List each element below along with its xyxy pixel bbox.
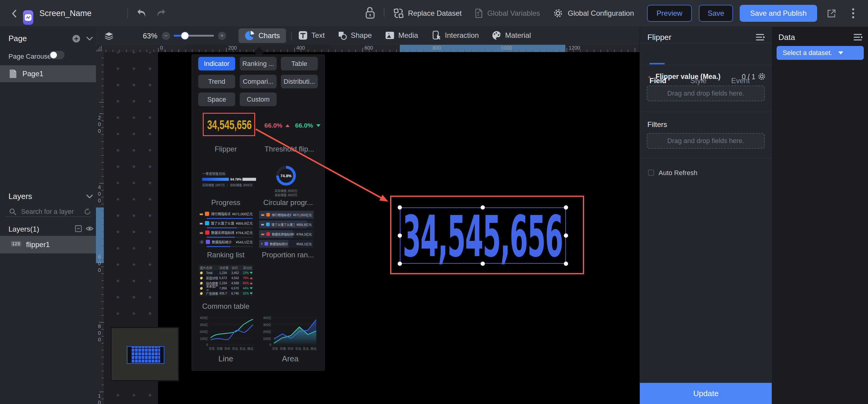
tab-media[interactable]: Media	[385, 31, 418, 40]
up-triangle-icon	[250, 282, 253, 284]
selection-handle[interactable]	[480, 205, 485, 209]
category-distribution[interactable]: Distributi...	[281, 75, 318, 88]
tab-interaction[interactable]: Interaction	[432, 31, 479, 40]
line-thumb-label[interactable]: Line	[218, 354, 233, 364]
row-thumb-icon	[200, 282, 203, 285]
tab-text[interactable]: Text	[298, 31, 325, 40]
update-button[interactable]: Update	[640, 383, 772, 404]
chart-item-circular[interactable]: 74.8%	[275, 165, 297, 187]
undo-button[interactable]	[136, 8, 147, 19]
layer-item-flipper1[interactable]: 123 flipper1	[0, 236, 96, 254]
proportion-thumb-label[interactable]: Proportion ran...	[262, 251, 314, 259]
dataset-select[interactable]: Select a dataset.	[777, 46, 864, 60]
global-variables-button[interactable]: Global Variables	[474, 7, 540, 20]
field-label: Flipper value (Mea.)	[655, 73, 721, 81]
data-panel-title: Data	[778, 33, 795, 42]
progress-thumb-label[interactable]: Progress	[211, 198, 240, 207]
flipper-thumb-annotation	[203, 113, 255, 136]
canvas-toolbar: 63% − + Charts Text	[96, 27, 640, 45]
layers-collapse-chevron-icon[interactable]	[86, 194, 93, 199]
zoom-slider[interactable]	[174, 35, 214, 37]
global-variables-icon	[474, 7, 483, 19]
category-trend[interactable]: Trend	[198, 75, 235, 88]
category-indicator[interactable]: Indicator	[198, 57, 235, 70]
preview-button[interactable]: Preview	[647, 5, 692, 22]
tab-shape[interactable]: Shape	[337, 31, 372, 40]
chart-item-proportion-ranking[interactable]: 排行榜指标名称 ¥671,000亿元 饿了么饿了么饿了么 ¥856,8亿元 数据…	[259, 211, 314, 250]
filters-dropzone[interactable]: Drag and drop fields here.	[647, 133, 765, 149]
zoom-slider-handle[interactable]	[181, 32, 189, 39]
category-table[interactable]: Table	[281, 57, 318, 70]
horizontal-ruler: 0 200 400 600 800 1000 1200	[104, 45, 640, 52]
flipper-thumb-label[interactable]: Flipper	[215, 145, 237, 153]
active-tab-underline	[650, 63, 664, 64]
page-collapse-chevron-icon[interactable]	[86, 36, 93, 41]
lock-icon[interactable]	[365, 7, 375, 19]
down-triangle-icon	[250, 293, 253, 295]
chart-item-line[interactable]: 400亿 300亿 200亿 100亿 0 华东华南 华中华北 东北西北	[199, 315, 253, 350]
field-count: 0 / 1	[742, 73, 755, 81]
layer-search-box[interactable]	[9, 206, 88, 218]
row-thumb-icon	[200, 277, 203, 280]
down-triangle-icon	[316, 124, 320, 127]
redo-button[interactable]	[155, 8, 167, 19]
layers-stack-icon[interactable]	[104, 32, 114, 40]
circular-thumb-label[interactable]: Circular progr...	[263, 198, 313, 207]
category-comparison[interactable]: Compari...	[240, 75, 277, 88]
search-input[interactable]	[21, 207, 79, 216]
chart-item-area[interactable]: 400亿 300亿 200亿 100亿 0 华东华南 华中华北	[262, 315, 317, 350]
category-ranking[interactable]: Ranking ...	[240, 57, 277, 70]
vertical-ruler: 200 400 600 800 1000	[96, 45, 104, 404]
zoom-level: 63%	[143, 32, 157, 40]
layer-type-badge: 123	[11, 241, 21, 246]
field-dropzone[interactable]: Drag and drop fields here.	[647, 86, 765, 101]
row-thumb-icon	[200, 292, 203, 295]
back-button[interactable]	[11, 9, 18, 18]
field-settings-gear-icon[interactable]	[757, 72, 766, 81]
table-thumb-label[interactable]: Common table	[202, 302, 249, 310]
add-page-button[interactable]	[72, 34, 81, 43]
auto-refresh-label: Auto Refresh	[658, 169, 697, 177]
collapse-panel-icon[interactable]	[756, 33, 766, 41]
global-configuration-button[interactable]: Global Configuration	[553, 7, 634, 20]
category-custom[interactable]: Custom	[240, 93, 277, 106]
down-triangle-icon	[250, 272, 253, 274]
chart-item-threshold[interactable]: 66.0% 66.0%	[264, 122, 321, 129]
required-asterisk: *	[648, 74, 651, 82]
data-collapse-panel-icon[interactable]	[854, 33, 864, 41]
ranking-thumb-label[interactable]: Ranking list	[207, 251, 245, 259]
tab-material[interactable]: Material	[492, 31, 531, 40]
page-carousel-toggle[interactable]	[49, 51, 64, 59]
selection-handle[interactable]	[564, 205, 568, 209]
zoom-in-button[interactable]: +	[218, 32, 226, 40]
selection-handle[interactable]	[564, 233, 568, 238]
chart-item-progress[interactable]: 一季度销售目标 64.78% 实际销售 1897万 目标销售 3000万	[202, 171, 256, 186]
area-thumb-label[interactable]: Area	[282, 354, 299, 364]
category-space[interactable]: Space	[198, 93, 235, 106]
search-icon	[9, 208, 17, 215]
flipper-element-value[interactable]: 34,545,656	[403, 203, 563, 269]
ruler-corner-icon[interactable]	[96, 45, 104, 52]
eye-icon[interactable]	[86, 225, 94, 232]
tab-charts[interactable]: Charts	[239, 28, 286, 43]
save-and-publish-button[interactable]: Save and Publish	[740, 5, 817, 22]
selection-handle[interactable]	[564, 262, 568, 266]
selection-handle[interactable]	[398, 233, 402, 238]
zoom-out-button[interactable]: −	[162, 32, 170, 40]
share-icon[interactable]	[826, 8, 837, 19]
save-button[interactable]: Save	[699, 5, 733, 22]
selection-handle[interactable]	[398, 205, 402, 209]
auto-refresh-checkbox[interactable]	[648, 170, 654, 176]
selection-handle[interactable]	[398, 262, 402, 266]
selection-handle[interactable]	[480, 262, 485, 266]
more-menu-icon[interactable]	[851, 7, 855, 19]
layers-section-title: Layers	[8, 192, 32, 201]
replace-dataset-button[interactable]: Replace Dataset	[394, 7, 462, 20]
topbar-divider	[127, 8, 128, 18]
page-item-page1[interactable]: Page1	[0, 65, 96, 82]
threshold-thumb-label[interactable]: Threshold flip...	[265, 145, 314, 153]
refresh-icon[interactable]	[84, 208, 91, 215]
chart-item-ranking-list[interactable]: 排行榜指标名称 ¥671,000亿元 饿了么饿了么饿了么 ¥856,8亿元	[199, 211, 253, 250]
text-icon	[298, 31, 308, 40]
collapse-group-icon[interactable]	[75, 225, 82, 232]
